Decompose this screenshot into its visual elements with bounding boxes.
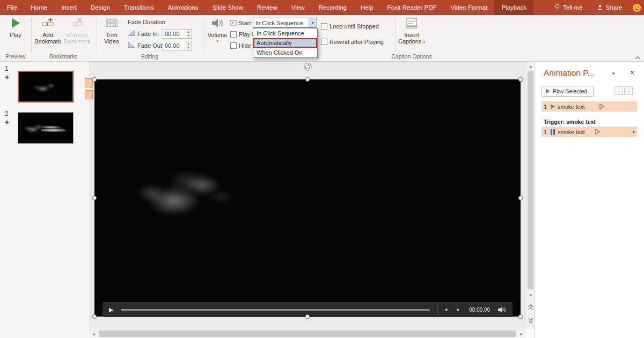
player-step-forward-button[interactable]: ► (456, 307, 460, 312)
collapse-ribbon-button[interactable] (633, 54, 642, 61)
player-play-button[interactable]: ▶ (109, 306, 113, 313)
insert-captions-button[interactable]: Insert Captions ▾ (398, 17, 426, 46)
selection-handle[interactable] (518, 196, 523, 200)
vertical-scroll-thumb[interactable] (528, 71, 533, 289)
selection-handle[interactable] (305, 314, 310, 319)
fade-in-spin-arrows[interactable]: ▲ ▼ (185, 30, 192, 38)
spin-down-icon[interactable]: ▼ (185, 34, 192, 38)
start-combobox[interactable]: In Click Sequence ▾ (253, 18, 317, 28)
play-full-screen-checkbox[interactable] (230, 31, 237, 38)
tab-help[interactable]: Help (354, 0, 380, 15)
previous-slide-button[interactable] (527, 302, 535, 313)
tab-home[interactable]: Home (24, 0, 55, 15)
powerpoint-window: File Home Insert Design Transitions Anim… (0, 0, 644, 338)
slide-1-smoke-image (28, 80, 61, 95)
tab-playback[interactable]: Playback (494, 0, 533, 15)
pane-menu-caret-icon[interactable]: ▾ (609, 69, 618, 78)
play-icon (545, 89, 550, 94)
spin-up-icon[interactable]: ▲ (185, 41, 192, 46)
scroll-left-button[interactable]: ◄ (90, 329, 98, 338)
vertical-scrollbar[interactable]: ▲ ▼ (526, 62, 535, 329)
animation-item-number: 1 (544, 129, 548, 135)
tab-tell-me[interactable]: Tell me (547, 0, 589, 15)
tab-design[interactable]: Design (84, 0, 117, 15)
spin-down-icon[interactable]: ▼ (185, 46, 192, 50)
animation-item-2[interactable]: 1 smoke text ▾ (541, 127, 637, 137)
scroll-up-button[interactable]: ▲ (526, 62, 535, 70)
start-dropdown-menu: In Click Sequence Automatically When Cli… (253, 28, 318, 58)
spin-up-icon[interactable]: ▲ (185, 30, 192, 34)
tab-foxit-reader-pdf[interactable]: Foxit Reader PDF (380, 0, 444, 15)
tab-review[interactable]: Review (250, 0, 284, 15)
combobox-dropdown-button[interactable]: ▾ (309, 18, 317, 27)
pane-close-button[interactable]: × (627, 68, 637, 77)
horizontal-scroll-thumb[interactable] (99, 330, 516, 337)
fade-in-icon (128, 30, 135, 36)
fade-out-spin-arrows[interactable]: ▲ ▼ (185, 41, 192, 50)
selection-handle[interactable] (518, 77, 523, 82)
video-object[interactable] (94, 79, 521, 317)
fade-in-label: Fade In: (137, 30, 159, 38)
hide-while-not-playing-label: Hide (239, 42, 251, 49)
player-progress-bar[interactable] (121, 309, 430, 311)
feedback-smiley-icon[interactable] (629, 0, 644, 15)
share-label: Share (606, 0, 623, 15)
tab-insert[interactable]: Insert (54, 0, 84, 15)
selection-handle[interactable] (305, 77, 310, 82)
tab-animations[interactable]: Animations (161, 0, 206, 15)
volume-button[interactable]: Volume ▾ (206, 17, 229, 45)
animation-sequence-tag[interactable] (85, 90, 93, 99)
tab-file[interactable]: File (0, 0, 24, 15)
tab-slide-show[interactable]: Slide Show (206, 0, 251, 15)
scroll-down-button[interactable]: ▼ (526, 291, 535, 299)
next-slide-button[interactable] (527, 315, 535, 326)
fade-out-input[interactable] (163, 41, 185, 50)
rewind-after-playing-checkbox[interactable] (321, 39, 327, 45)
item-dropdown-caret-icon[interactable]: ▾ (632, 129, 635, 135)
add-bookmark-icon (41, 17, 54, 30)
slide-1-number: 1 (5, 65, 9, 72)
player-volume-icon[interactable] (497, 306, 506, 313)
player-step-back-button[interactable]: ◄ (443, 307, 448, 312)
play-preview-button[interactable]: Play (3, 17, 28, 38)
selection-handle[interactable] (92, 314, 97, 319)
tab-video-format[interactable]: Video Format (444, 0, 495, 15)
remove-bookmark-label-2: Bookmark (64, 38, 91, 45)
add-bookmark-label-1: Add (42, 32, 53, 38)
slide-2-thumbnail[interactable] (18, 112, 74, 144)
animation-sequence-tag[interactable] (85, 78, 93, 87)
rewind-after-playing-label: Rewind after Playing (330, 38, 384, 46)
horizontal-scrollbar[interactable]: ◄ ► (89, 329, 526, 338)
trim-video-button[interactable]: Trim Video (100, 17, 123, 45)
captions-caret-icon: ▾ (423, 40, 425, 44)
dropdown-option-automatically[interactable]: Automatically (253, 38, 317, 48)
insert-captions-icon (405, 17, 418, 30)
play-selected-button[interactable]: Play Selected (541, 86, 594, 97)
loop-until-stopped-checkbox[interactable] (321, 23, 327, 30)
fade-in-input[interactable] (163, 30, 185, 38)
dropdown-option-when-clicked-on[interactable]: When Clicked On (253, 48, 317, 57)
person-icon (597, 4, 603, 11)
remove-bookmark-icon (71, 17, 84, 30)
hide-while-not-playing-checkbox[interactable] (230, 42, 237, 49)
slide-1-thumbnail[interactable] (18, 71, 74, 102)
tab-recording[interactable]: Recording (312, 0, 354, 15)
fade-in-spinner[interactable]: ▲ ▼ (163, 29, 192, 39)
play-selected-label: Play Selected (553, 88, 587, 94)
selection-handle[interactable] (92, 77, 97, 82)
selection-handle[interactable] (518, 314, 523, 319)
tab-transitions[interactable]: Transitions (117, 0, 161, 15)
rotate-handle[interactable] (304, 63, 312, 73)
scroll-right-button[interactable]: ► (517, 329, 525, 338)
selection-handle[interactable] (92, 196, 97, 200)
fade-out-spinner[interactable]: ▲ ▼ (163, 41, 192, 50)
tab-view[interactable]: View (284, 0, 312, 15)
start-label: Start: (238, 19, 252, 27)
animation-item-label: smoke text (558, 104, 585, 110)
group-label-caption-options: Caption Options (382, 53, 441, 60)
dropdown-option-in-click-sequence[interactable]: In Click Sequence (253, 28, 317, 38)
animation-item-1[interactable]: 1 smoke text (541, 101, 637, 112)
share-button[interactable]: Share (590, 0, 630, 15)
lightbulb-icon (554, 4, 560, 11)
add-bookmark-button[interactable]: Add Bookmark (33, 17, 62, 45)
